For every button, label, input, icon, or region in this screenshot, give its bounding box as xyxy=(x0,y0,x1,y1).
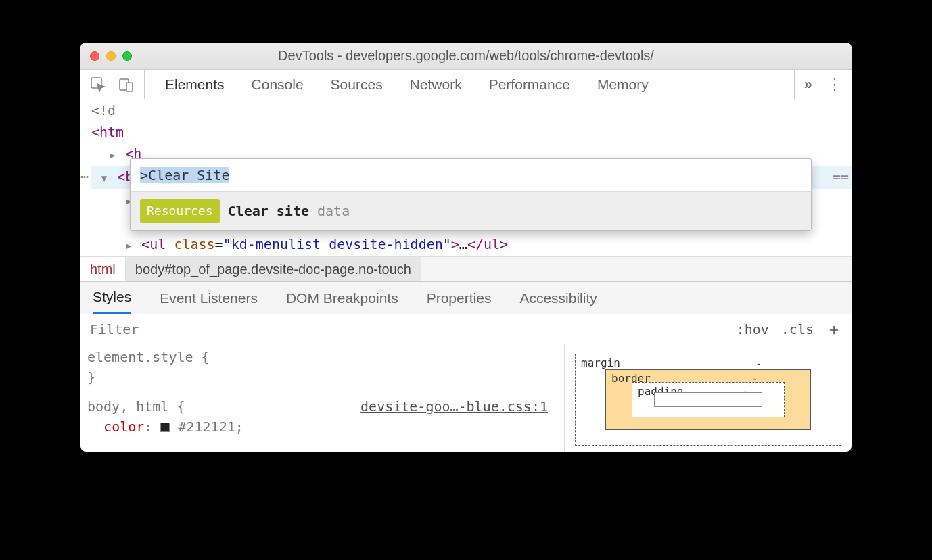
subtab-accessibility[interactable]: Accessibility xyxy=(519,290,597,306)
titlebar: DevTools - developers.google.com/web/too… xyxy=(80,43,852,70)
element-style-close: } xyxy=(87,367,557,388)
box-model-panel: margin - border - padding - xyxy=(564,344,852,452)
box-model-padding[interactable]: padding - xyxy=(632,382,785,417)
dom-line[interactable]: <!d xyxy=(91,99,852,121)
subtab-event-listeners[interactable]: Event Listeners xyxy=(160,290,258,306)
color-swatch-icon[interactable] xyxy=(160,423,170,432)
settings-menu-icon[interactable]: ⋮ xyxy=(827,76,842,93)
css-rule-selector[interactable]: body, html { xyxy=(87,398,185,415)
panel-tabs: Elements Console Sources Network Perform… xyxy=(145,76,794,93)
breadcrumb-item-html[interactable]: html xyxy=(80,257,126,281)
command-badge: Resources xyxy=(140,199,220,223)
box-model-margin[interactable]: margin - border - padding - xyxy=(575,354,841,446)
command-result-text: Clear site data xyxy=(228,200,350,222)
inspect-element-icon[interactable] xyxy=(90,76,106,93)
more-tabs-icon[interactable]: » xyxy=(804,76,812,93)
close-window-icon[interactable] xyxy=(90,51,99,61)
styles-filter-bar: :hov .cls ＋ xyxy=(80,314,852,344)
new-style-rule-icon[interactable]: ＋ xyxy=(826,319,842,340)
tab-memory[interactable]: Memory xyxy=(597,76,649,93)
styles-filter-input[interactable] xyxy=(80,321,737,337)
command-menu: >Clear Site Resources Clear site data xyxy=(130,158,812,231)
dom-tree[interactable]: <!d <htm ▶ <h ▼ <body class="devsite-doc… xyxy=(80,99,852,256)
box-model[interactable]: margin - border - padding - xyxy=(575,354,841,452)
tab-sources[interactable]: Sources xyxy=(331,76,383,93)
styles-rules[interactable]: element.style { } body, html { devsite-g… xyxy=(80,344,564,452)
css-rule-source-link[interactable]: devsite-goo…-blue.css:1 xyxy=(360,396,548,417)
device-toggle-icon[interactable] xyxy=(118,76,135,93)
breadcrumb-item-body[interactable]: body#top_of_page.devsite-doc-page.no-tou… xyxy=(126,257,421,281)
cls-toggle[interactable]: .cls xyxy=(781,321,814,337)
zoom-window-icon[interactable] xyxy=(122,51,132,61)
window-title: DevTools - developers.google.com/web/too… xyxy=(80,48,852,64)
dom-line[interactable]: ▶ <ul class="kd-menulist devsite-hidden"… xyxy=(91,233,852,256)
main-toolbar: Elements Console Sources Network Perform… xyxy=(80,70,852,99)
subtab-styles[interactable]: Styles xyxy=(93,282,131,314)
breadcrumb: html body#top_of_page.devsite-doc-page.n… xyxy=(80,256,852,282)
minimize-window-icon[interactable] xyxy=(106,51,116,61)
css-declaration[interactable]: color: #212121; xyxy=(87,417,557,437)
svg-rect-2 xyxy=(126,83,133,91)
box-model-content[interactable] xyxy=(654,392,762,407)
subtab-properties[interactable]: Properties xyxy=(427,290,492,306)
command-menu-input[interactable]: >Clear Site xyxy=(131,159,811,192)
tab-elements[interactable]: Elements xyxy=(165,76,225,93)
tab-console[interactable]: Console xyxy=(252,76,304,93)
box-model-border[interactable]: border - padding - xyxy=(605,369,811,430)
traffic-lights xyxy=(90,51,132,61)
tab-performance[interactable]: Performance xyxy=(489,76,570,93)
tab-network[interactable]: Network xyxy=(410,76,462,93)
styles-subtabs: Styles Event Listeners DOM Breakpoints P… xyxy=(80,282,852,314)
dom-line[interactable]: <htm xyxy=(91,121,852,143)
element-style-selector[interactable]: element.style { xyxy=(87,347,557,367)
command-menu-result[interactable]: Resources Clear site data xyxy=(131,192,811,230)
hov-toggle[interactable]: :hov xyxy=(737,321,769,337)
subtab-dom-breakpoints[interactable]: DOM Breakpoints xyxy=(286,290,398,306)
styles-panel: element.style { } body, html { devsite-g… xyxy=(80,344,852,452)
devtools-window: DevTools - developers.google.com/web/too… xyxy=(80,43,852,452)
